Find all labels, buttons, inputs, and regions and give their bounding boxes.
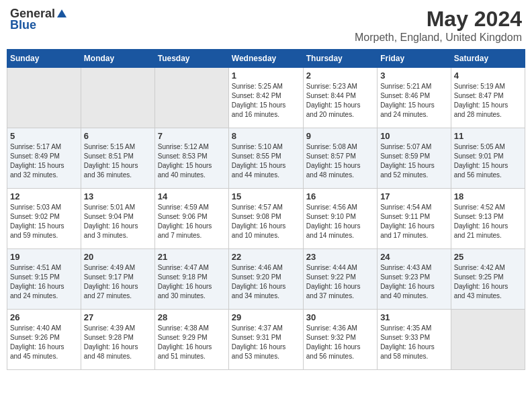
day-number: 2	[306, 71, 374, 81]
calendar-week-row: 1Sunrise: 5:25 AM Sunset: 8:42 PM Daylig…	[7, 68, 525, 128]
calendar-week-row: 19Sunrise: 4:51 AM Sunset: 9:15 PM Dayli…	[7, 249, 525, 310]
day-info: Sunrise: 5:25 AM Sunset: 8:42 PM Dayligh…	[232, 82, 300, 120]
day-header-sunday: Sunday	[7, 50, 81, 68]
day-number: 17	[380, 191, 448, 201]
svg-marker-0	[57, 9, 66, 17]
day-number: 5	[10, 131, 78, 141]
day-info: Sunrise: 4:47 AM Sunset: 9:18 PM Dayligh…	[158, 263, 226, 301]
day-number: 13	[84, 191, 152, 201]
calendar-cell: 1Sunrise: 5:25 AM Sunset: 8:42 PM Daylig…	[228, 68, 303, 128]
day-info: Sunrise: 5:05 AM Sunset: 9:01 PM Dayligh…	[454, 142, 522, 180]
day-info: Sunrise: 5:07 AM Sunset: 8:59 PM Dayligh…	[380, 142, 448, 180]
day-number: 6	[84, 131, 152, 141]
day-info: Sunrise: 4:44 AM Sunset: 9:22 PM Dayligh…	[306, 263, 374, 301]
day-info: Sunrise: 5:08 AM Sunset: 8:57 PM Dayligh…	[306, 142, 374, 180]
day-info: Sunrise: 4:35 AM Sunset: 9:33 PM Dayligh…	[380, 324, 448, 361]
day-number: 24	[380, 252, 448, 262]
calendar-cell: 22Sunrise: 4:46 AM Sunset: 9:20 PM Dayli…	[228, 249, 303, 310]
calendar-cell: 10Sunrise: 5:07 AM Sunset: 8:59 PM Dayli…	[378, 128, 451, 189]
day-number: 15	[232, 191, 300, 201]
calendar-cell: 8Sunrise: 5:10 AM Sunset: 8:55 PM Daylig…	[228, 128, 303, 189]
day-info: Sunrise: 5:12 AM Sunset: 8:53 PM Dayligh…	[158, 142, 226, 180]
day-header-monday: Monday	[81, 50, 154, 68]
calendar-cell: 23Sunrise: 4:44 AM Sunset: 9:22 PM Dayli…	[303, 249, 377, 310]
calendar-cell: 25Sunrise: 4:42 AM Sunset: 9:25 PM Dayli…	[451, 249, 525, 310]
calendar-cell: 4Sunrise: 5:19 AM Sunset: 8:47 PM Daylig…	[451, 68, 525, 128]
calendar-cell: 16Sunrise: 4:56 AM Sunset: 9:10 PM Dayli…	[303, 189, 377, 249]
day-number: 30	[306, 312, 374, 322]
day-number: 23	[306, 252, 374, 262]
day-info: Sunrise: 5:17 AM Sunset: 8:49 PM Dayligh…	[10, 142, 78, 180]
calendar-cell: 21Sunrise: 4:47 AM Sunset: 9:18 PM Dayli…	[154, 249, 228, 310]
day-header-friday: Friday	[378, 50, 451, 68]
calendar-cell	[7, 68, 81, 128]
calendar-week-row: 12Sunrise: 5:03 AM Sunset: 9:02 PM Dayli…	[7, 189, 525, 249]
calendar-cell	[154, 68, 228, 128]
calendar-cell: 19Sunrise: 4:51 AM Sunset: 9:15 PM Dayli…	[7, 249, 81, 310]
calendar-cell: 26Sunrise: 4:40 AM Sunset: 9:26 PM Dayli…	[7, 310, 81, 370]
calendar-cell: 27Sunrise: 4:39 AM Sunset: 9:28 PM Dayli…	[81, 310, 154, 370]
day-header-tuesday: Tuesday	[154, 50, 228, 68]
logo: General Blue	[10, 7, 68, 32]
day-number: 10	[380, 131, 448, 141]
day-number: 11	[454, 131, 522, 141]
day-number: 7	[158, 131, 226, 141]
day-header-wednesday: Wednesday	[228, 50, 303, 68]
day-number: 25	[454, 252, 522, 262]
title-area: May 2024 Morpeth, England, United Kingdo…	[355, 7, 522, 44]
day-info: Sunrise: 4:52 AM Sunset: 9:13 PM Dayligh…	[454, 203, 522, 240]
calendar-cell: 18Sunrise: 4:52 AM Sunset: 9:13 PM Dayli…	[451, 189, 525, 249]
subtitle: Morpeth, England, United Kingdom	[355, 32, 522, 44]
day-info: Sunrise: 5:15 AM Sunset: 8:51 PM Dayligh…	[84, 142, 152, 180]
day-info: Sunrise: 4:37 AM Sunset: 9:31 PM Dayligh…	[232, 324, 300, 361]
day-number: 3	[380, 71, 448, 81]
day-info: Sunrise: 5:03 AM Sunset: 9:02 PM Dayligh…	[10, 203, 78, 240]
calendar-cell: 12Sunrise: 5:03 AM Sunset: 9:02 PM Dayli…	[7, 189, 81, 249]
calendar-week-row: 5Sunrise: 5:17 AM Sunset: 8:49 PM Daylig…	[7, 128, 525, 189]
day-number: 14	[158, 191, 226, 201]
calendar-cell: 2Sunrise: 5:23 AM Sunset: 8:44 PM Daylig…	[303, 68, 377, 128]
main-title: May 2024	[355, 7, 522, 32]
day-number: 9	[306, 131, 374, 141]
calendar-cell	[81, 68, 154, 128]
day-number: 19	[10, 252, 78, 262]
day-number: 4	[454, 71, 522, 81]
day-info: Sunrise: 4:39 AM Sunset: 9:28 PM Dayligh…	[84, 324, 152, 361]
calendar-cell: 28Sunrise: 4:38 AM Sunset: 9:29 PM Dayli…	[154, 310, 228, 370]
calendar-cell: 13Sunrise: 5:01 AM Sunset: 9:04 PM Dayli…	[81, 189, 154, 249]
calendar-cell: 31Sunrise: 4:35 AM Sunset: 9:33 PM Dayli…	[378, 310, 451, 370]
calendar-cell: 29Sunrise: 4:37 AM Sunset: 9:31 PM Dayli…	[228, 310, 303, 370]
calendar-cell: 30Sunrise: 4:36 AM Sunset: 9:32 PM Dayli…	[303, 310, 377, 370]
day-info: Sunrise: 4:51 AM Sunset: 9:15 PM Dayligh…	[10, 263, 78, 301]
page-header: General Blue May 2024 Morpeth, England, …	[7, 7, 525, 44]
day-number: 16	[306, 191, 374, 201]
day-number: 31	[380, 312, 448, 322]
calendar-cell: 5Sunrise: 5:17 AM Sunset: 8:49 PM Daylig…	[7, 128, 81, 189]
calendar-cell: 24Sunrise: 4:43 AM Sunset: 9:23 PM Dayli…	[378, 249, 451, 310]
day-header-saturday: Saturday	[451, 50, 525, 68]
day-info: Sunrise: 4:57 AM Sunset: 9:08 PM Dayligh…	[232, 203, 300, 240]
day-info: Sunrise: 5:21 AM Sunset: 8:46 PM Dayligh…	[380, 82, 448, 120]
calendar-cell	[451, 310, 525, 370]
day-number: 28	[158, 312, 226, 322]
day-info: Sunrise: 4:36 AM Sunset: 9:32 PM Dayligh…	[306, 324, 374, 361]
calendar-cell: 3Sunrise: 5:21 AM Sunset: 8:46 PM Daylig…	[378, 68, 451, 128]
logo-blue: Blue	[10, 18, 36, 32]
day-number: 18	[454, 191, 522, 201]
calendar-cell: 17Sunrise: 4:54 AM Sunset: 9:11 PM Dayli…	[378, 189, 451, 249]
day-info: Sunrise: 4:49 AM Sunset: 9:17 PM Dayligh…	[84, 263, 152, 301]
day-number: 8	[232, 131, 300, 141]
day-number: 1	[232, 71, 300, 81]
day-info: Sunrise: 5:01 AM Sunset: 9:04 PM Dayligh…	[84, 203, 152, 240]
calendar-cell: 9Sunrise: 5:08 AM Sunset: 8:57 PM Daylig…	[303, 128, 377, 189]
day-number: 22	[232, 252, 300, 262]
calendar-header-row: SundayMondayTuesdayWednesdayThursdayFrid…	[7, 50, 525, 68]
calendar-cell: 15Sunrise: 4:57 AM Sunset: 9:08 PM Dayli…	[228, 189, 303, 249]
day-info: Sunrise: 5:10 AM Sunset: 8:55 PM Dayligh…	[232, 142, 300, 180]
day-info: Sunrise: 4:38 AM Sunset: 9:29 PM Dayligh…	[158, 324, 226, 361]
day-info: Sunrise: 5:23 AM Sunset: 8:44 PM Dayligh…	[306, 82, 374, 120]
calendar-cell: 14Sunrise: 4:59 AM Sunset: 9:06 PM Dayli…	[154, 189, 228, 249]
day-info: Sunrise: 4:54 AM Sunset: 9:11 PM Dayligh…	[380, 203, 448, 240]
calendar-cell: 7Sunrise: 5:12 AM Sunset: 8:53 PM Daylig…	[154, 128, 228, 189]
calendar-cell: 11Sunrise: 5:05 AM Sunset: 9:01 PM Dayli…	[451, 128, 525, 189]
